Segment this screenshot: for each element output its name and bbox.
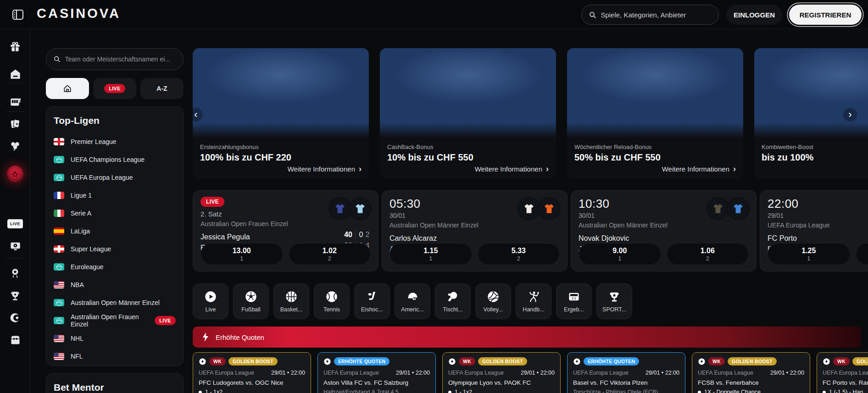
- rail-item-vault[interactable]: [0, 331, 30, 349]
- league-item-ao-maenner[interactable]: Australian Open Männer Einzel: [54, 293, 176, 311]
- set2-home: 2: [364, 231, 371, 239]
- odds-button-1[interactable]: 1.15 1: [389, 243, 472, 265]
- odds-label: 1: [807, 255, 810, 262]
- odds-label: 1: [240, 255, 243, 262]
- match-card-pegula-rybakina[interactable]: LIVE 2. Satz Australian Open Frauen Einz…: [193, 190, 378, 271]
- sport-tile-fussball[interactable]: Fußball: [233, 283, 269, 319]
- rail-item-virtual-sports[interactable]: [0, 237, 30, 255]
- sidebar-tabs: LIVE A-Z: [46, 78, 184, 99]
- global-search-input[interactable]: [601, 11, 711, 19]
- odds-button-2[interactable]: 1.06 2: [667, 243, 749, 265]
- boost-card-ludogorets-nice[interactable]: WK GOLDEN BOOST UEFA Europa League 29/01…: [193, 352, 311, 393]
- login-button[interactable]: EINLOGGEN: [726, 5, 782, 25]
- sport-label: Live: [206, 306, 216, 313]
- odds-button-2[interactable]: 5.33 2: [478, 243, 560, 265]
- odds-button-2[interactable]: 1.02 2: [289, 243, 371, 265]
- scoreboard-text: 2:1: [572, 297, 576, 300]
- league-item-nhl[interactable]: NHL: [54, 329, 176, 347]
- boost-card-lyon-paok[interactable]: WK GOLDEN BOOST UEFA Europa League 29/01…: [442, 352, 561, 393]
- card-match: Olympique Lyon vs. PAOK FC: [448, 379, 555, 386]
- live-badge: LIVE: [200, 197, 224, 207]
- casinova-logo[interactable]: CASINOVA: [37, 6, 121, 21]
- league-item-ligue-1[interactable]: Ligue 1: [54, 186, 176, 204]
- rail-item-promotions[interactable]: [0, 38, 30, 56]
- boost-card-astonvilla-salzburg[interactable]: ERHÖHTE QUOTEN UEFA Europa League 29/01 …: [317, 352, 436, 393]
- rail-item-slots[interactable]: [0, 93, 30, 111]
- jersey-icon: [712, 203, 724, 215]
- league-item-europa-league[interactable]: UEFA Europa League: [54, 168, 176, 186]
- search-icon: [589, 11, 596, 19]
- league-item-premier-league[interactable]: Premier League: [54, 133, 176, 150]
- boost-card-basel-plzen[interactable]: ERHÖHTE QUOTEN UEFA Europa League 29/01 …: [567, 352, 685, 393]
- odds-button-1[interactable]: 13.00 1: [200, 243, 283, 265]
- sport-tile-tennis[interactable]: Tennis: [314, 283, 350, 319]
- sport-tile-eishockey[interactable]: Eishoc...: [354, 283, 390, 319]
- sport-tile-live[interactable]: Live: [193, 283, 228, 319]
- promo-card-reload[interactable]: Wöchentlicher Reload-Bonus 50% bis zu CH…: [567, 48, 743, 179]
- odds-button-1[interactable]: 1.25 1: [768, 243, 850, 265]
- card-league: UEFA Europa Lea...: [823, 370, 868, 376]
- promo-more-info-link[interactable]: Weitere Informationen ›: [475, 164, 549, 174]
- league-item-euroleague[interactable]: Euroleague: [54, 258, 176, 276]
- odds-button-1[interactable]: 9.00 1: [579, 243, 661, 265]
- match-card-alcaraz-zverev[interactable]: 05:30 30/01 Australian Open Männer Einze…: [382, 190, 568, 271]
- league-label: UEFA Europa League: [71, 174, 133, 181]
- league-item-ao-frauen[interactable]: Australian Open Frauen Einzel LIVE: [54, 311, 176, 329]
- team-search-input[interactable]: [65, 55, 176, 63]
- boosted-odds-banner[interactable]: Erhöhte Quoten: [193, 327, 861, 348]
- rail-item-leagues[interactable]: [0, 287, 30, 305]
- promo-subtitle: Ersteinzahlungsbonus: [200, 144, 362, 150]
- card-league: UEFA Europa League: [698, 370, 753, 376]
- trophy-icon: [9, 290, 21, 302]
- register-button[interactable]: REGISTRIEREN: [789, 5, 862, 25]
- odds-button-x[interactable]: 6.00 X: [856, 243, 868, 265]
- match-card-porto-rangers[interactable]: 22:00 29/01 UEFA Europa League FC Porto …: [760, 190, 868, 271]
- sport-tile-handball[interactable]: Handb...: [516, 283, 551, 319]
- sport-tile-volleyball[interactable]: Volley...: [475, 283, 511, 319]
- market-label: Torschütze - Philipas Otele (FCB): [573, 389, 658, 393]
- rail-item-lucky-games[interactable]: [0, 137, 30, 155]
- sport-tile-tischtennis[interactable]: Tischt...: [435, 283, 471, 319]
- league-item-champions-league[interactable]: UEFA Champions League: [54, 150, 176, 168]
- league-label: LaLiga: [71, 227, 90, 235]
- avatar: [328, 197, 351, 220]
- sport-tile-sport[interactable]: SPORT...: [596, 283, 632, 319]
- promo-card-cashback[interactable]: CashBack-Bonus 10% bis zu CHF 550 Weiter…: [380, 48, 556, 179]
- rail-item-live-betting[interactable]: LIVE: [0, 215, 30, 233]
- sports-ball-icon: [7, 166, 23, 182]
- rail-item-table-games[interactable]: ♠: [0, 115, 30, 133]
- sport-label: Americ...: [401, 306, 423, 313]
- sidebar-toggle-icon: [11, 8, 25, 22]
- tab-az[interactable]: A-Z: [140, 78, 184, 99]
- switzerland-flag-icon: [54, 245, 64, 253]
- boost-card-porto-rangers[interactable]: WK GOLDEN BOOST UEFA Europa Lea... 29/01…: [817, 352, 868, 393]
- boost-card-fcsb-fenerbahce[interactable]: WK GOLDEN BOOST UEFA Europa League 29/01…: [692, 352, 810, 393]
- carousel-next-button[interactable]: ›: [843, 108, 857, 122]
- rail-item-sports[interactable]: [0, 163, 30, 185]
- league-item-serie-a[interactable]: Serie A: [54, 204, 176, 222]
- bet-mentor-panel: Bet Mentor: [46, 373, 184, 393]
- match-card-djokovic-sinner[interactable]: 10:30 30/01 Australian Open Männer Einze…: [571, 190, 757, 271]
- rail-item-home[interactable]: [0, 65, 30, 83]
- jersey-icon: [543, 203, 555, 215]
- sidebar-toggle-button[interactable]: [11, 8, 25, 22]
- promo-more-info-link[interactable]: Weitere Informationen ›: [288, 164, 362, 174]
- tab-home[interactable]: [46, 78, 89, 99]
- league-item-nfl[interactable]: NFL: [54, 347, 176, 365]
- rail-item-tournaments[interactable]: [0, 264, 30, 282]
- team-search[interactable]: [46, 48, 184, 70]
- promo-card-first-deposit[interactable]: Ersteinzahlungsbonus 100% bis zu CHF 220…: [193, 48, 369, 179]
- swoosh-icon: [9, 312, 21, 324]
- sport-tile-basketball[interactable]: Basket...: [273, 283, 309, 319]
- promo-more-info-link[interactable]: Weitere Informationen ›: [662, 164, 736, 174]
- home-icon: [63, 84, 72, 93]
- rail-item-crash-games[interactable]: [0, 309, 30, 327]
- card-market: Halbzeit/Endstand & Total 4.5: [323, 389, 430, 393]
- sport-tile-ergebnisse[interactable]: 2:1 Ergeb...: [556, 283, 592, 319]
- global-search[interactable]: [581, 5, 719, 25]
- league-item-laliga[interactable]: LaLiga: [54, 222, 176, 240]
- tab-live[interactable]: LIVE: [93, 78, 136, 99]
- league-item-nba[interactable]: NBA: [54, 276, 176, 293]
- sport-tile-american-football[interactable]: Americ...: [395, 283, 430, 319]
- league-item-super-league[interactable]: Super League: [54, 240, 176, 258]
